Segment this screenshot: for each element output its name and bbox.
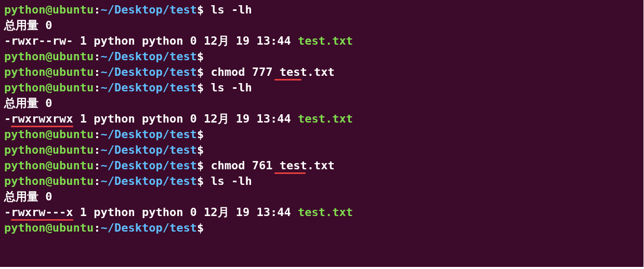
output-text: 总用量 0 (4, 97, 52, 110)
command-text: ls -lh (211, 174, 252, 187)
prompt-user: python@ubuntu (4, 81, 94, 94)
terminal-line: 总用量 0 (4, 18, 639, 33)
prompt-path: ~/Desktop/test (100, 81, 196, 94)
output-prefix: -rwxr--rw- 1 python python 0 12月 19 13:4… (4, 34, 298, 47)
terminal-line: 总用量 0 (4, 96, 639, 111)
terminal-line: python@ubuntu:~/Desktop/test$ ls -lh (4, 2, 639, 18)
prompt-path: ~/Desktop/test (100, 128, 196, 141)
terminal-line: python@ubuntu:~/Desktop/test$ ls -lh (4, 80, 639, 96)
prompt-path: ~/Desktop/test (100, 159, 196, 172)
prompt-dollar: $ (197, 65, 211, 78)
prompt-user: python@ubuntu (4, 3, 94, 16)
prompt-path: ~/Desktop/test (100, 143, 196, 156)
prompt-colon: : (94, 81, 100, 94)
prompt-colon: : (94, 3, 100, 16)
prompt-dollar: $ (197, 81, 211, 94)
command-text: chmod 777 test.txt (211, 65, 334, 78)
prompt-user: python@ubuntu (4, 50, 94, 63)
terminal-line: python@ubuntu:~/Desktop/test$ (4, 220, 639, 236)
prompt-dollar: $ (197, 174, 211, 187)
prompt-colon: : (94, 128, 100, 141)
prompt-user: python@ubuntu (4, 143, 94, 156)
prompt-user: python@ubuntu (4, 174, 94, 187)
prompt-user: python@ubuntu (4, 128, 94, 141)
terminal-line: python@ubuntu:~/Desktop/test$ ls -lh (4, 173, 639, 189)
terminal-line: -rwxrw---x 1 python python 0 12月 19 13:4… (4, 205, 639, 220)
prompt-dollar: $ (197, 159, 211, 172)
prompt-user: python@ubuntu (4, 221, 94, 234)
command-text: chmod 761 test.txt (211, 159, 334, 172)
prompt-colon: : (94, 143, 100, 156)
prompt-path: ~/Desktop/test (100, 3, 196, 16)
terminal-line: python@ubuntu:~/Desktop/test$ (4, 127, 639, 142)
prompt-user: python@ubuntu (4, 159, 94, 172)
prompt-path: ~/Desktop/test (100, 221, 196, 234)
output-prefix: -rwxrwxrwx 1 python python 0 12月 19 13:4… (4, 112, 298, 125)
output-text: 总用量 0 (4, 190, 52, 203)
prompt-path: ~/Desktop/test (100, 65, 196, 78)
terminal-line: -rwxrwxrwx 1 python python 0 12月 19 13:4… (4, 111, 639, 127)
command-text: ls -lh (211, 3, 252, 16)
terminal-line: -rwxr--rw- 1 python python 0 12月 19 13:4… (4, 33, 639, 49)
output-filename: test.txt (298, 206, 353, 219)
terminal-line: python@ubuntu:~/Desktop/test$ (4, 49, 639, 64)
terminal[interactable]: python@ubuntu:~/Desktop/test$ ls -lh总用量 … (0, 0, 643, 267)
terminal-line: 总用量 0 (4, 189, 639, 205)
output-filename: test.txt (298, 112, 353, 125)
prompt-dollar: $ (197, 3, 211, 16)
prompt-path: ~/Desktop/test (100, 50, 196, 63)
output-prefix: -rwxrw---x 1 python python 0 12月 19 13:4… (4, 206, 298, 219)
prompt-user: python@ubuntu (4, 65, 94, 78)
output-filename: test.txt (298, 34, 353, 47)
prompt-colon: : (94, 50, 100, 63)
prompt-dollar: $ (197, 143, 211, 156)
prompt-dollar: $ (197, 128, 211, 141)
prompt-path: ~/Desktop/test (100, 174, 196, 187)
terminal-line: python@ubuntu:~/Desktop/test$ chmod 761 … (4, 158, 639, 173)
terminal-line: python@ubuntu:~/Desktop/test$ chmod 777 … (4, 64, 639, 80)
terminal-line: python@ubuntu:~/Desktop/test$ (4, 142, 639, 158)
prompt-colon: : (94, 174, 100, 187)
output-text: 总用量 0 (4, 19, 52, 32)
prompt-colon: : (94, 65, 100, 78)
prompt-dollar: $ (197, 221, 211, 234)
prompt-dollar: $ (197, 50, 211, 63)
prompt-colon: : (94, 221, 100, 234)
command-text: ls -lh (211, 81, 252, 94)
prompt-colon: : (94, 159, 100, 172)
